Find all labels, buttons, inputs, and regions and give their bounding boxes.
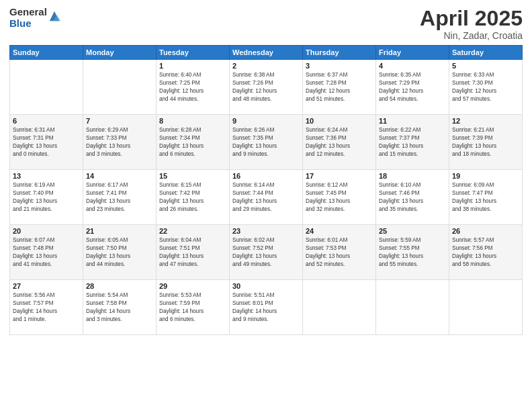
day-number: 11 <box>379 117 446 125</box>
title-location: Nin, Zadar, Croatia <box>420 30 523 41</box>
page: General Blue April 2025 Nin, Zadar, Croa… <box>0 0 532 411</box>
table-row <box>10 60 83 115</box>
day-info: Sunrise: 6:15 AM Sunset: 7:42 PM Dayligh… <box>159 181 226 214</box>
day-number: 14 <box>86 172 153 180</box>
day-number: 9 <box>232 117 300 125</box>
table-row: 2Sunrise: 6:38 AM Sunset: 7:26 PM Daylig… <box>230 60 303 115</box>
table-row: 11Sunrise: 6:22 AM Sunset: 7:37 PM Dayli… <box>376 115 449 170</box>
table-row: 15Sunrise: 6:15 AM Sunset: 7:42 PM Dayli… <box>157 170 230 225</box>
logo-blue: Blue <box>9 18 47 30</box>
day-info: Sunrise: 6:12 AM Sunset: 7:45 PM Dayligh… <box>306 181 373 214</box>
day-info: Sunrise: 6:29 AM Sunset: 7:33 PM Dayligh… <box>86 126 153 158</box>
calendar-week-row: 6Sunrise: 6:31 AM Sunset: 7:31 PM Daylig… <box>10 115 523 170</box>
day-info: Sunrise: 6:31 AM Sunset: 7:31 PM Dayligh… <box>13 126 80 158</box>
table-row: 13Sunrise: 6:19 AM Sunset: 7:40 PM Dayli… <box>10 170 83 225</box>
day-number: 5 <box>452 62 519 70</box>
table-row: 18Sunrise: 6:10 AM Sunset: 7:46 PM Dayli… <box>376 170 449 225</box>
day-info: Sunrise: 6:05 AM Sunset: 7:50 PM Dayligh… <box>86 236 153 269</box>
day-info: Sunrise: 6:04 AM Sunset: 7:51 PM Dayligh… <box>159 236 226 269</box>
table-row: 22Sunrise: 6:04 AM Sunset: 7:51 PM Dayli… <box>157 225 230 280</box>
day-number: 4 <box>379 62 446 70</box>
table-row: 29Sunrise: 5:53 AM Sunset: 7:59 PM Dayli… <box>157 280 230 335</box>
day-info: Sunrise: 6:21 AM Sunset: 7:39 PM Dayligh… <box>452 126 519 158</box>
day-number: 25 <box>379 227 446 235</box>
table-row <box>376 280 449 335</box>
day-number: 28 <box>86 282 153 290</box>
calendar-week-row: 20Sunrise: 6:07 AM Sunset: 7:48 PM Dayli… <box>10 225 523 280</box>
day-number: 16 <box>232 172 300 180</box>
day-number: 26 <box>452 227 519 235</box>
table-row: 17Sunrise: 6:12 AM Sunset: 7:45 PM Dayli… <box>303 170 376 225</box>
day-info: Sunrise: 6:07 AM Sunset: 7:48 PM Dayligh… <box>13 236 80 269</box>
table-row: 24Sunrise: 6:01 AM Sunset: 7:53 PM Dayli… <box>303 225 376 280</box>
day-number: 18 <box>379 172 446 180</box>
table-row: 6Sunrise: 6:31 AM Sunset: 7:31 PM Daylig… <box>10 115 83 170</box>
day-number: 12 <box>452 117 519 125</box>
col-friday: Friday <box>376 46 449 60</box>
table-row: 23Sunrise: 6:02 AM Sunset: 7:52 PM Dayli… <box>230 225 303 280</box>
table-row: 16Sunrise: 6:14 AM Sunset: 7:44 PM Dayli… <box>230 170 303 225</box>
day-info: Sunrise: 6:19 AM Sunset: 7:40 PM Dayligh… <box>13 181 80 214</box>
col-monday: Monday <box>83 46 157 60</box>
table-row: 4Sunrise: 6:35 AM Sunset: 7:29 PM Daylig… <box>376 60 449 115</box>
table-row: 10Sunrise: 6:24 AM Sunset: 7:36 PM Dayli… <box>303 115 376 170</box>
table-row: 12Sunrise: 6:21 AM Sunset: 7:39 PM Dayli… <box>449 115 523 170</box>
day-info: Sunrise: 5:57 AM Sunset: 7:56 PM Dayligh… <box>452 236 519 269</box>
table-row: 21Sunrise: 6:05 AM Sunset: 7:50 PM Dayli… <box>83 225 157 280</box>
day-number: 29 <box>159 282 226 290</box>
calendar-week-row: 1Sunrise: 6:40 AM Sunset: 7:25 PM Daylig… <box>10 60 523 115</box>
day-number: 1 <box>159 62 226 70</box>
day-number: 8 <box>159 117 226 125</box>
day-info: Sunrise: 5:53 AM Sunset: 7:59 PM Dayligh… <box>159 291 226 324</box>
day-info: Sunrise: 6:10 AM Sunset: 7:46 PM Dayligh… <box>379 181 446 214</box>
day-info: Sunrise: 6:37 AM Sunset: 7:28 PM Dayligh… <box>306 71 373 103</box>
day-number: 17 <box>306 172 373 180</box>
day-info: Sunrise: 6:02 AM Sunset: 7:52 PM Dayligh… <box>232 236 300 269</box>
header: General Blue April 2025 Nin, Zadar, Croa… <box>9 7 523 41</box>
day-info: Sunrise: 6:22 AM Sunset: 7:37 PM Dayligh… <box>379 126 446 158</box>
calendar-table: Sunday Monday Tuesday Wednesday Thursday… <box>9 45 523 335</box>
day-number: 30 <box>232 282 300 290</box>
day-info: Sunrise: 6:24 AM Sunset: 7:36 PM Dayligh… <box>306 126 373 158</box>
table-row: 25Sunrise: 5:59 AM Sunset: 7:55 PM Dayli… <box>376 225 449 280</box>
table-row <box>303 280 376 335</box>
day-number: 21 <box>86 227 153 235</box>
table-row: 1Sunrise: 6:40 AM Sunset: 7:25 PM Daylig… <box>157 60 230 115</box>
title-block: April 2025 Nin, Zadar, Croatia <box>420 7 523 41</box>
calendar-week-row: 13Sunrise: 6:19 AM Sunset: 7:40 PM Dayli… <box>10 170 523 225</box>
table-row: 14Sunrise: 6:17 AM Sunset: 7:41 PM Dayli… <box>83 170 157 225</box>
logo-general: General <box>9 7 47 18</box>
logo: General Blue <box>9 7 60 29</box>
table-row: 28Sunrise: 5:54 AM Sunset: 7:58 PM Dayli… <box>83 280 157 335</box>
col-tuesday: Tuesday <box>157 46 230 60</box>
table-row: 5Sunrise: 6:33 AM Sunset: 7:30 PM Daylig… <box>449 60 523 115</box>
day-info: Sunrise: 5:56 AM Sunset: 7:57 PM Dayligh… <box>13 291 80 324</box>
col-thursday: Thursday <box>303 46 376 60</box>
table-row <box>83 60 157 115</box>
day-number: 15 <box>159 172 226 180</box>
day-number: 27 <box>13 282 80 290</box>
day-info: Sunrise: 6:28 AM Sunset: 7:34 PM Dayligh… <box>159 126 226 158</box>
day-info: Sunrise: 5:54 AM Sunset: 7:58 PM Dayligh… <box>86 291 153 324</box>
table-row: 19Sunrise: 6:09 AM Sunset: 7:47 PM Dayli… <box>449 170 523 225</box>
day-info: Sunrise: 6:14 AM Sunset: 7:44 PM Dayligh… <box>232 181 300 214</box>
day-number: 19 <box>452 172 519 180</box>
day-number: 10 <box>306 117 373 125</box>
day-info: Sunrise: 6:09 AM Sunset: 7:47 PM Dayligh… <box>452 181 519 214</box>
table-row: 30Sunrise: 5:51 AM Sunset: 8:01 PM Dayli… <box>230 280 303 335</box>
table-row: 3Sunrise: 6:37 AM Sunset: 7:28 PM Daylig… <box>303 60 376 115</box>
table-row: 9Sunrise: 6:26 AM Sunset: 7:35 PM Daylig… <box>230 115 303 170</box>
col-sunday: Sunday <box>10 46 83 60</box>
table-row: 20Sunrise: 6:07 AM Sunset: 7:48 PM Dayli… <box>10 225 83 280</box>
day-info: Sunrise: 6:01 AM Sunset: 7:53 PM Dayligh… <box>306 236 373 269</box>
day-number: 3 <box>306 62 373 70</box>
table-row: 8Sunrise: 6:28 AM Sunset: 7:34 PM Daylig… <box>157 115 230 170</box>
day-info: Sunrise: 6:35 AM Sunset: 7:29 PM Dayligh… <box>379 71 446 103</box>
day-info: Sunrise: 6:26 AM Sunset: 7:35 PM Dayligh… <box>232 126 300 158</box>
day-number: 22 <box>159 227 226 235</box>
day-info: Sunrise: 6:38 AM Sunset: 7:26 PM Dayligh… <box>232 71 300 103</box>
day-number: 23 <box>232 227 300 235</box>
table-row: 26Sunrise: 5:57 AM Sunset: 7:56 PM Dayli… <box>449 225 523 280</box>
day-info: Sunrise: 6:33 AM Sunset: 7:30 PM Dayligh… <box>452 71 519 103</box>
day-info: Sunrise: 5:51 AM Sunset: 8:01 PM Dayligh… <box>232 291 300 324</box>
